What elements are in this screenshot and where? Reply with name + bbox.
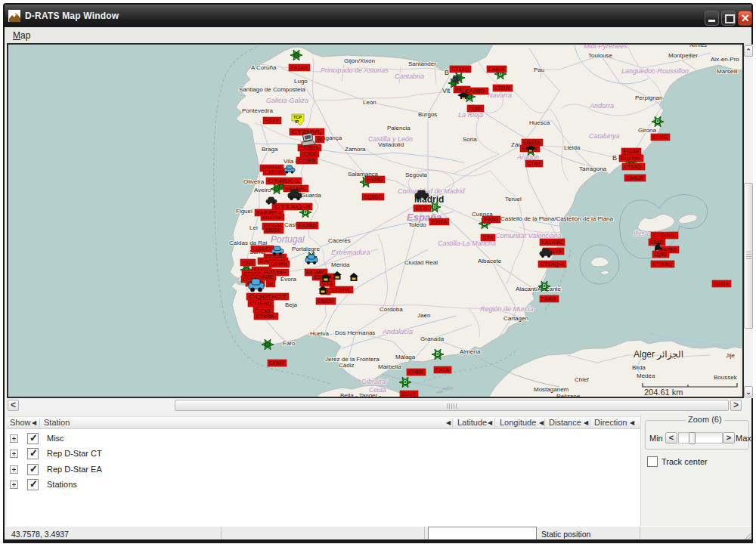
svg-text:CT1EB: CT1EB bbox=[298, 158, 315, 163]
svg-text:Soria: Soria bbox=[463, 136, 477, 143]
svg-text:EB2DD: EB2DD bbox=[318, 298, 333, 304]
svg-text:Aveiro: Aveiro bbox=[254, 187, 271, 193]
svg-text:EB2DD: EB2DD bbox=[265, 227, 281, 233]
svg-text:Huelva: Huelva bbox=[310, 330, 329, 337]
svg-text:Andorra: Andorra bbox=[589, 102, 614, 110]
svg-text:ED2ZA: ED2ZA bbox=[714, 281, 729, 286]
svg-text:CQ0DCT: CQ0DCT bbox=[248, 294, 287, 300]
svg-text:EA5G: EA5G bbox=[484, 217, 499, 222]
svg-text:Vit: Vit bbox=[442, 87, 451, 94]
svg-text:Ciudad Real: Ciudad Real bbox=[404, 259, 438, 266]
svg-text:Gijón/Xixón: Gijón/Xixón bbox=[344, 57, 375, 64]
svg-text:Segovia: Segovia bbox=[405, 172, 427, 178]
svg-text:Relizane: Relizane bbox=[556, 393, 581, 397]
svg-text:CT1XQ-9: CT1XQ-9 bbox=[540, 261, 564, 267]
svg-text:Catalunya: Catalunya bbox=[589, 132, 620, 140]
svg-text:Girona: Girona bbox=[638, 127, 657, 134]
svg-text:Pau: Pau bbox=[534, 66, 544, 73]
svg-text:Galicia-Galiza: Galicia-Galiza bbox=[266, 97, 308, 104]
svg-text:Toulouse: Toulouse bbox=[588, 52, 613, 59]
svg-text:Málaga: Málaga bbox=[395, 354, 416, 360]
svg-text:CT2HV: CT2HV bbox=[494, 85, 510, 91]
svg-text:Cádiz: Cádiz bbox=[339, 362, 354, 369]
svg-text:Castelló de la Plana/Castellón: Castelló de la Plana/Castellón de la Pla… bbox=[500, 215, 614, 222]
svg-text:ED1Y: ED1Y bbox=[401, 391, 416, 397]
svg-text:Albacete: Albacete bbox=[478, 258, 502, 264]
svg-text:EA5GVK: EA5GVK bbox=[265, 169, 284, 175]
svg-text:CT1XQ-: CT1XQ- bbox=[624, 164, 643, 170]
svg-text:EA2BD-: EA2BD- bbox=[465, 88, 487, 94]
svg-text:EA2BD: EA2BD bbox=[367, 177, 383, 182]
svg-text:CT4RK-1: CT4RK-1 bbox=[268, 178, 299, 184]
svg-text:Perpignan: Perpignan bbox=[635, 94, 662, 101]
svg-text:CT1E: CT1E bbox=[415, 206, 429, 211]
svg-text:IP: IP bbox=[295, 119, 299, 124]
svg-text:Figuei: Figuei bbox=[236, 208, 253, 215]
svg-text:D: D bbox=[304, 209, 308, 215]
svg-text:Nîmes: Nîmes bbox=[689, 45, 707, 48]
svg-text:Montpellier: Montpellier bbox=[668, 52, 698, 59]
svg-text:Jije: Jije bbox=[726, 352, 736, 359]
svg-text:Mostaganem: Mostaganem bbox=[534, 386, 569, 393]
svg-text:Blida: Blida bbox=[632, 364, 646, 371]
svg-text:Midi-Pyrénées: Midi-Pyrénées bbox=[584, 45, 627, 50]
svg-text:CT1XQ: CT1XQ bbox=[451, 66, 469, 73]
svg-text:ED2ZA: ED2ZA bbox=[431, 219, 447, 224]
svg-text:Jaén: Jaén bbox=[417, 312, 430, 319]
svg-text:Mérida: Mérida bbox=[331, 261, 350, 268]
svg-text:EA5GV: EA5GV bbox=[269, 360, 284, 366]
svg-text:EA4UR: EA4UR bbox=[626, 175, 643, 181]
svg-text:Faro: Faro bbox=[283, 340, 296, 347]
svg-text:CT4RK-: CT4RK- bbox=[256, 314, 277, 319]
svg-text:B: B bbox=[612, 154, 617, 162]
svg-text:Marseill: Marseill bbox=[717, 68, 738, 75]
svg-text:Aix-en-Pro: Aix-en-Pro bbox=[711, 56, 739, 63]
svg-text:Médéa: Médéa bbox=[637, 372, 655, 379]
svg-text:CQ0D: CQ0D bbox=[654, 252, 667, 258]
svg-text:Córdoba: Córdoba bbox=[380, 306, 403, 313]
svg-text:Palencia: Palencia bbox=[387, 125, 411, 131]
svg-text:Comunitat Valenciana: Comunitat Valenciana bbox=[495, 232, 562, 240]
svg-text:Évora: Évora bbox=[280, 276, 296, 283]
svg-text:Extremadura: Extremadura bbox=[331, 249, 370, 256]
svg-text:204.61 km: 204.61 km bbox=[644, 388, 683, 397]
svg-text:Alger الجزائر: Alger الجزائر bbox=[634, 349, 683, 360]
svg-text:CT1EBQ: CT1EBQ bbox=[652, 261, 672, 267]
svg-text:Oliveira: Oliveira bbox=[243, 178, 265, 185]
svg-text:EA1AB: EA1AB bbox=[623, 149, 639, 154]
svg-text:CQ0DC: CQ0DC bbox=[364, 194, 382, 200]
svg-text:Gibraltar: Gibraltar bbox=[361, 378, 389, 385]
svg-text:CT2HVL: CT2HVL bbox=[331, 287, 352, 292]
svg-text:Tarragona: Tarragona bbox=[579, 165, 607, 172]
svg-text:La Rioja: La Rioja bbox=[458, 111, 483, 119]
svg-text:Lleida: Lleida bbox=[564, 144, 581, 151]
svg-text:CQ0D: CQ0D bbox=[469, 106, 482, 112]
svg-text:EA4UR: EA4UR bbox=[541, 296, 556, 301]
svg-text:Portalegre: Portalegre bbox=[292, 246, 320, 252]
svg-text:Burgos: Burgos bbox=[418, 111, 437, 118]
svg-text:EA1A: EA1A bbox=[435, 367, 449, 372]
svg-text:D: D bbox=[436, 351, 440, 357]
svg-text:Valladolid: Valladolid bbox=[378, 141, 404, 148]
svg-text:Dos Hermanas: Dos Hermanas bbox=[335, 329, 375, 336]
svg-text:CT4RK: CT4RK bbox=[408, 369, 423, 375]
svg-text:EA2BD: EA2BD bbox=[298, 223, 316, 228]
svg-text:Guarda: Guarda bbox=[301, 192, 321, 199]
svg-text:Chlef: Chlef bbox=[575, 376, 589, 383]
svg-text:EB2D: EB2D bbox=[650, 240, 663, 245]
svg-text:Granada: Granada bbox=[420, 335, 445, 342]
svg-text:Zar: Zar bbox=[511, 141, 520, 148]
svg-text:Teruel: Teruel bbox=[505, 196, 522, 202]
svg-text:León: León bbox=[363, 99, 376, 106]
svg-text:Braga: Braga bbox=[262, 146, 278, 153]
svg-text:Andalucía: Andalucía bbox=[382, 328, 413, 335]
svg-text:Cartagen: Cartagen bbox=[503, 315, 528, 322]
svg-text:EA1AB: EA1AB bbox=[290, 65, 308, 70]
svg-text:B: B bbox=[445, 69, 449, 76]
svg-text:EA2: EA2 bbox=[268, 281, 273, 286]
svg-text:D: D bbox=[656, 119, 660, 124]
svg-text:CT4R: CT4R bbox=[527, 161, 541, 166]
svg-text:ED1YAF: ED1YAF bbox=[621, 156, 642, 161]
svg-text:Lei: Lei bbox=[249, 224, 258, 231]
svg-text:ED2: ED2 bbox=[242, 260, 253, 265]
